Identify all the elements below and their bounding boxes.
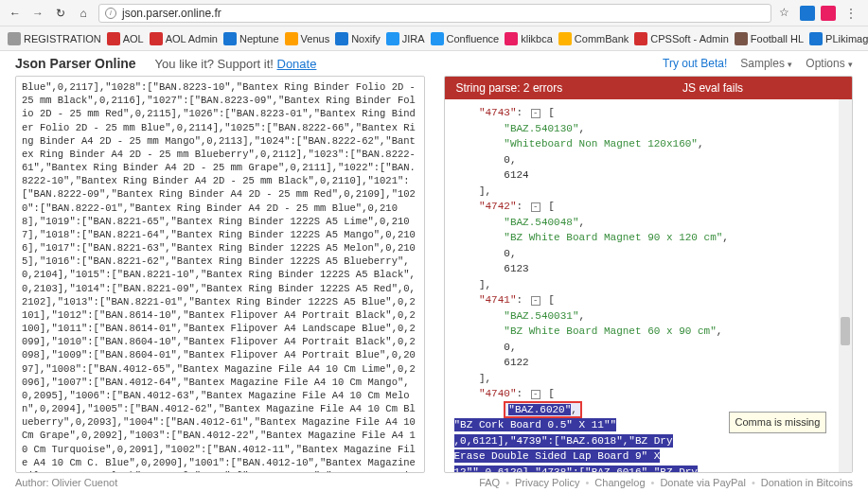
footer-donate-bitcoin[interactable]: Donation in Bitcoins xyxy=(761,477,853,488)
bookmark-confluence[interactable]: Confluence xyxy=(431,32,500,45)
extension-icon[interactable] xyxy=(821,6,836,21)
menu-button[interactable]: ⋮ xyxy=(841,7,860,20)
selected-text[interactable]: "BZ Cork Board 0.5" X 11"" xyxy=(454,418,617,431)
bookmark-aol-admin[interactable]: AOL Admin xyxy=(150,32,218,45)
browser-toolbar: ← → ↻ ⌂ i json.parser.online.fr ☆ ⋮ xyxy=(0,0,868,26)
url-bar[interactable]: i json.parser.online.fr xyxy=(98,4,771,23)
bookmark-registration[interactable]: REGISTRATION xyxy=(8,32,101,45)
output-panel: String parse: 2 errors JS eval fails "47… xyxy=(444,76,854,473)
home-button[interactable]: ⌂ xyxy=(76,6,91,21)
bookmarks-bar: REGISTRATION AOL AOL Admin Neptune Venus… xyxy=(0,26,868,51)
support-text: You like it? Support it! Donate xyxy=(155,57,317,71)
reload-button[interactable]: ↻ xyxy=(53,6,68,21)
bookmark-plikimage[interactable]: PLikimage xyxy=(809,32,868,45)
url-text: json.parser.online.fr xyxy=(122,7,221,20)
js-eval-fails: JS eval fails xyxy=(574,81,852,95)
collapse-icon[interactable]: - xyxy=(531,202,540,212)
footer-changelog[interactable]: Changelog xyxy=(594,477,645,488)
try-beta-link[interactable]: Try out Beta! xyxy=(663,57,727,70)
footer-donate-paypal[interactable]: Donate via PayPal xyxy=(660,477,746,488)
app-title: Json Parser Online xyxy=(15,56,136,71)
collapse-icon[interactable]: - xyxy=(531,109,540,118)
error-token[interactable]: "BAZ.6020", xyxy=(504,401,582,418)
selected-text[interactable]: 12"",0,6120],"4738":["BAZ.6016","BZ Dry xyxy=(454,466,698,473)
error-tooltip: Comma is missing xyxy=(729,412,827,433)
collapse-icon[interactable]: - xyxy=(531,296,540,306)
main-container: Blue",0,2117],"1028":["BAN.8223-10","Ban… xyxy=(0,76,868,473)
app-header: Json Parser Online You like it? Support … xyxy=(0,51,868,76)
input-textarea[interactable]: Blue",0,2117],"1028":["BAN.8223-10","Ban… xyxy=(16,77,424,472)
collapse-icon[interactable]: - xyxy=(531,390,540,399)
bookmark-commbank[interactable]: CommBank xyxy=(558,32,629,45)
footer-privacy[interactable]: Privacy Policy xyxy=(515,477,579,488)
footer-links: FAQ• Privacy Policy• Changelog• Donate v… xyxy=(479,477,853,488)
string-parse-errors: String parse: 2 errors xyxy=(445,81,575,95)
extension-icon[interactable] xyxy=(800,6,815,21)
tree-output[interactable]: "4743": - [ "BAZ.540130", "Whiteboard No… xyxy=(445,99,853,472)
bookmark-football[interactable]: Football HL xyxy=(735,32,804,45)
footer-faq[interactable]: FAQ xyxy=(479,477,500,488)
bookmark-neptune[interactable]: Neptune xyxy=(223,32,279,45)
info-icon[interactable]: i xyxy=(105,8,116,19)
bookmark-star-icon[interactable]: ☆ xyxy=(779,6,794,21)
bookmark-venus[interactable]: Venus xyxy=(285,32,330,45)
bookmark-klikbca[interactable]: klikbca xyxy=(505,32,553,45)
author-label: Author: Olivier Cuenot xyxy=(15,477,117,488)
selected-text[interactable]: ,0,6121],"4739":["BAZ.6018","BZ Dry xyxy=(454,434,673,448)
scrollbar-track[interactable] xyxy=(839,99,852,472)
extension-icons: ☆ ⋮ xyxy=(779,6,860,21)
bookmark-cpssoft[interactable]: CPSSoft - Admin xyxy=(634,32,729,45)
back-button[interactable]: ← xyxy=(8,6,23,21)
chevron-down-icon: ▾ xyxy=(788,60,792,69)
scrollbar-thumb[interactable] xyxy=(841,317,850,345)
bookmark-jira[interactable]: JIRA xyxy=(386,32,425,45)
chevron-down-icon: ▾ xyxy=(848,60,853,69)
donate-link[interactable]: Donate xyxy=(277,57,317,71)
selected-text[interactable]: Erase Double Sided Lap Board 9" X xyxy=(454,449,661,463)
input-panel: Blue",0,2117],"1028":["BAN.8223-10","Ban… xyxy=(15,76,425,473)
footer: Author: Olivier Cuenot FAQ• Privacy Poli… xyxy=(15,477,853,488)
error-bar: String parse: 2 errors JS eval fails xyxy=(445,77,853,99)
forward-button: → xyxy=(30,6,45,21)
bookmark-noxify[interactable]: Noxify xyxy=(335,32,381,45)
samples-dropdown[interactable]: Samples ▾ xyxy=(740,57,792,70)
options-dropdown[interactable]: Options ▾ xyxy=(806,57,853,70)
bookmark-aol[interactable]: AOL xyxy=(107,32,144,45)
